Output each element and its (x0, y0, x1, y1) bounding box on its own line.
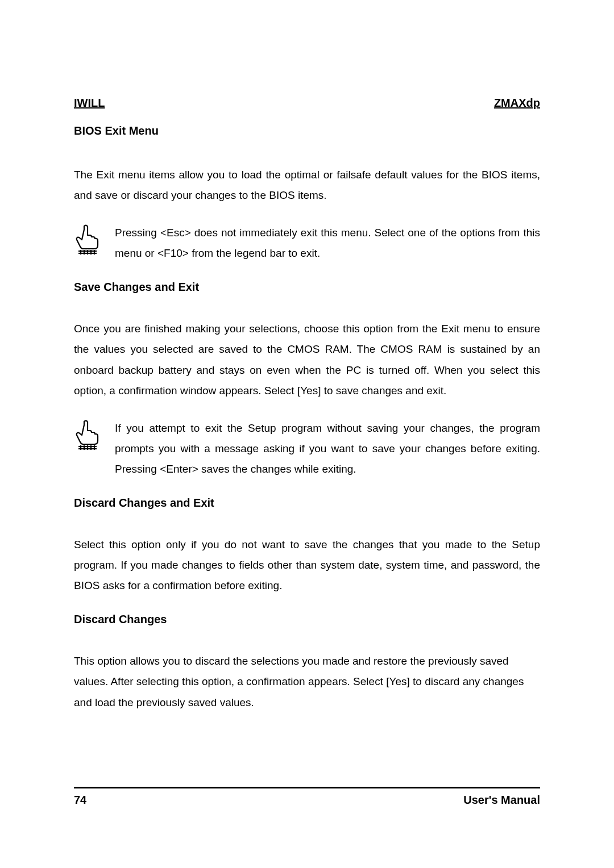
footer-divider (74, 787, 540, 788)
heading-discard-exit: Discard Changes and Exit (74, 496, 540, 510)
header-right: ZMAXdp (494, 97, 540, 110)
note-esc-text: Pressing <Esc> does not immediately exit… (115, 223, 540, 264)
discard-exit-body: Select this option only if you do not wa… (74, 535, 540, 596)
page-title: BIOS Exit Menu (74, 124, 540, 137)
header-left: IWILL (74, 97, 105, 110)
note-save-text: If you attempt to exit the Setup program… (115, 418, 540, 479)
heading-save-exit: Save Changes and Exit (74, 281, 540, 294)
heading-discard: Discard Changes (74, 613, 540, 626)
running-header: IWILL ZMAXdp (74, 97, 540, 110)
document-page: IWILL ZMAXdp BIOS Exit Menu The Exit men… (0, 0, 614, 868)
running-footer: 74 User's Manual (74, 794, 540, 807)
pointer-hand-icon (74, 419, 102, 453)
note-save: If you attempt to exit the Setup program… (74, 418, 540, 479)
footer-label: User's Manual (463, 794, 540, 807)
pointer-hand-icon (74, 224, 102, 258)
note-esc: Pressing <Esc> does not immediately exit… (74, 223, 540, 264)
discard-body: This option allows you to discard the se… (74, 651, 540, 712)
save-exit-body: Once you are finished making your select… (74, 319, 540, 400)
intro-paragraph: The Exit menu items allow you to load th… (74, 165, 540, 206)
page-number: 74 (74, 794, 86, 807)
